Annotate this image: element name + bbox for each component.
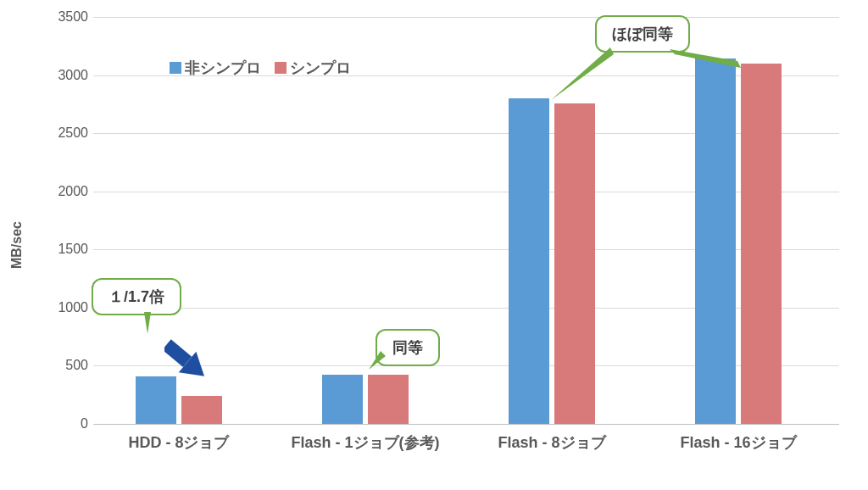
bar-thin-2: [368, 375, 409, 424]
callout-pointer: [132, 312, 158, 346]
xtick: Flash - 16ジョブ: [680, 432, 796, 453]
legend-item-nonthin: 非シンプロ: [170, 58, 261, 78]
ytick: 3000: [46, 68, 88, 83]
callout-ratio: １/1.7倍: [92, 278, 181, 315]
bar-thin-4: [741, 64, 782, 424]
chart: MB/sec 非シンプロ: [0, 0, 868, 490]
xtick: Flash - 8ジョブ: [498, 432, 605, 453]
legend-swatch-red: [275, 62, 287, 74]
bar-nonthin-2: [322, 375, 363, 424]
arrow-icon: [164, 339, 224, 390]
xtick: Flash - 1ジョブ(参考): [291, 432, 439, 453]
xtick: HDD - 8ジョブ: [128, 432, 229, 453]
ytick: 1000: [46, 300, 88, 315]
ytick: 1500: [46, 242, 88, 257]
callout-pointer: [365, 351, 391, 376]
svg-marker-3: [369, 351, 386, 370]
y-axis-label: MB/sec: [9, 221, 25, 269]
legend-item-thin: シンプロ: [275, 58, 351, 78]
legend-label: 非シンプロ: [185, 58, 261, 78]
legend: 非シンプロ シンプロ: [170, 58, 351, 78]
callout-pointer: [670, 49, 746, 75]
legend-label: シンプロ: [290, 58, 351, 78]
ytick: 3500: [46, 9, 88, 25]
ytick: 500: [46, 358, 88, 373]
bar-nonthin-4: [695, 58, 736, 424]
bar-thin-1: [181, 396, 222, 424]
bar-nonthin-3: [509, 98, 549, 424]
svg-marker-5: [670, 49, 741, 68]
ytick: 2500: [46, 125, 88, 141]
bar-thin-3: [554, 103, 595, 425]
svg-marker-0: [144, 312, 151, 334]
svg-marker-4: [551, 47, 614, 100]
ytick: 0: [46, 416, 88, 432]
callout-pointer: [548, 47, 615, 107]
ytick: 2000: [46, 184, 88, 199]
gridline: [93, 424, 839, 425]
legend-swatch-blue: [170, 62, 181, 74]
